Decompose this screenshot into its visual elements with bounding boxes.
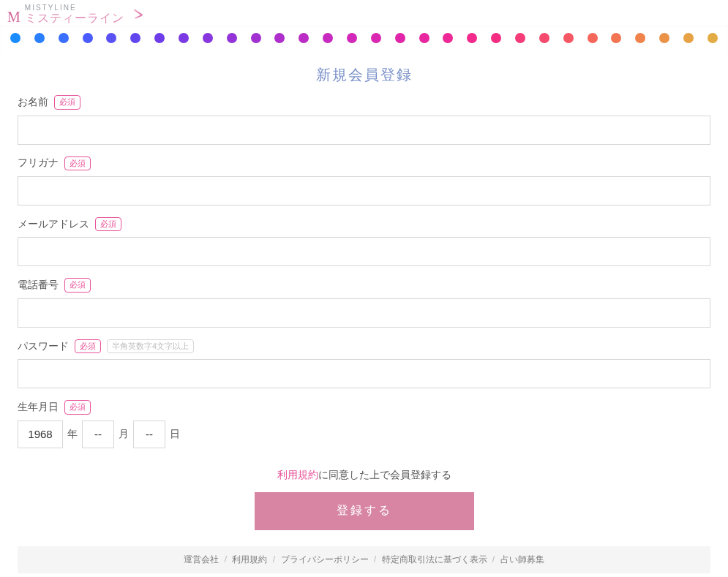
name-input[interactable] xyxy=(18,116,710,145)
divider-dot xyxy=(274,33,285,43)
label-kana: フリガナ xyxy=(18,156,59,170)
divider-dot xyxy=(179,33,189,43)
submit-button[interactable]: 登録する xyxy=(255,492,474,530)
footer-link[interactable]: 運営会社 xyxy=(184,554,219,565)
field-email: メールアドレス 必須 xyxy=(18,217,710,266)
brand-monogram: M xyxy=(7,9,20,26)
required-badge: 必須 xyxy=(64,278,91,292)
birth-day-input[interactable] xyxy=(133,421,165,448)
required-badge: 必須 xyxy=(75,339,101,353)
birth-month-input[interactable] xyxy=(82,421,114,448)
divider-dot xyxy=(154,33,165,43)
divider-dot xyxy=(467,33,477,43)
divider-dot xyxy=(539,33,549,43)
field-birth: 生年月日 必須 年 月 日 xyxy=(18,400,710,448)
divider-dot xyxy=(588,33,598,43)
footer-link[interactable]: 占い師募集 xyxy=(500,554,544,565)
footer-separator: / xyxy=(219,554,232,565)
divider-dot xyxy=(59,33,69,43)
label-phone: 電話番号 xyxy=(18,279,59,292)
required-badge: 必須 xyxy=(64,400,91,414)
divider-dot xyxy=(130,33,140,43)
divider-dot xyxy=(299,33,309,43)
birth-year-input[interactable] xyxy=(18,421,63,448)
divider-dot xyxy=(323,33,333,43)
brand-name-en: MISTYLINE xyxy=(25,4,124,12)
footer-link[interactable]: プライバシーポリシー xyxy=(281,554,369,565)
divider-dot xyxy=(635,33,645,43)
footer-separator: / xyxy=(267,554,280,565)
divider-dot xyxy=(708,33,718,43)
phone-input[interactable] xyxy=(18,298,710,328)
required-badge: 必須 xyxy=(54,95,80,109)
consent-tail: に同意した上で会員登録する xyxy=(318,469,451,480)
label-email: メールアドレス xyxy=(18,218,89,231)
brand-logo[interactable]: M MISTYLINE ミスティーライン xyxy=(0,0,728,26)
footer-separator: / xyxy=(487,554,500,565)
suffix-year: 年 xyxy=(67,428,78,441)
divider-dot xyxy=(83,33,93,43)
required-badge: 必須 xyxy=(64,156,91,170)
sparkle-icon xyxy=(130,6,148,23)
divider-dot xyxy=(106,33,116,43)
divider-dot xyxy=(251,33,261,43)
divider-dot xyxy=(371,33,381,43)
footer-bar: 運営会社 / 利用規約 / プライバシーポリシー / 特定商取引法に基づく表示 … xyxy=(18,546,710,573)
divider-dot xyxy=(347,33,357,43)
field-kana: フリガナ 必須 xyxy=(18,156,710,205)
divider-dot xyxy=(563,33,574,43)
divider-dot xyxy=(659,33,669,43)
divider-dot xyxy=(611,33,621,43)
copyright: ©2ZIGExN Co., Ltd. xyxy=(18,573,710,577)
divider-dot xyxy=(203,33,213,43)
kana-input[interactable] xyxy=(18,176,710,205)
divider-dot xyxy=(395,33,405,43)
brand-name-jp: ミスティーライン xyxy=(25,12,124,25)
field-name: お名前 必須 xyxy=(18,95,710,144)
required-badge: 必須 xyxy=(95,217,121,231)
consent-text: 利用規約に同意した上で会員登録する xyxy=(18,469,710,482)
password-hint: 半角英数字4文字以上 xyxy=(107,339,194,353)
divider-dot xyxy=(10,33,20,43)
divider-dot xyxy=(491,33,501,43)
footer-link[interactable]: 特定商取引法に基づく表示 xyxy=(382,554,487,565)
divider-dot xyxy=(683,33,694,43)
label-birth: 生年月日 xyxy=(18,401,59,414)
tos-link[interactable]: 利用規約 xyxy=(277,469,318,480)
email-input[interactable] xyxy=(18,237,710,266)
page-title: 新規会員登録 xyxy=(18,52,710,95)
label-password: パスワード xyxy=(18,340,69,353)
field-phone: 電話番号 必須 xyxy=(18,278,710,327)
footer-link[interactable]: 利用規約 xyxy=(232,554,267,565)
password-input[interactable] xyxy=(18,359,710,388)
label-name: お名前 xyxy=(18,96,48,109)
divider-dot xyxy=(419,33,429,43)
divider-dot xyxy=(443,33,453,43)
rainbow-divider xyxy=(0,26,728,52)
field-password: パスワード 必須 半角英数字4文字以上 xyxy=(18,339,710,388)
divider-dot xyxy=(227,33,237,43)
footer-separator: / xyxy=(369,554,382,565)
divider-dot xyxy=(515,33,525,43)
suffix-day: 日 xyxy=(170,428,180,441)
suffix-month: 月 xyxy=(119,428,129,441)
divider-dot xyxy=(34,33,45,43)
